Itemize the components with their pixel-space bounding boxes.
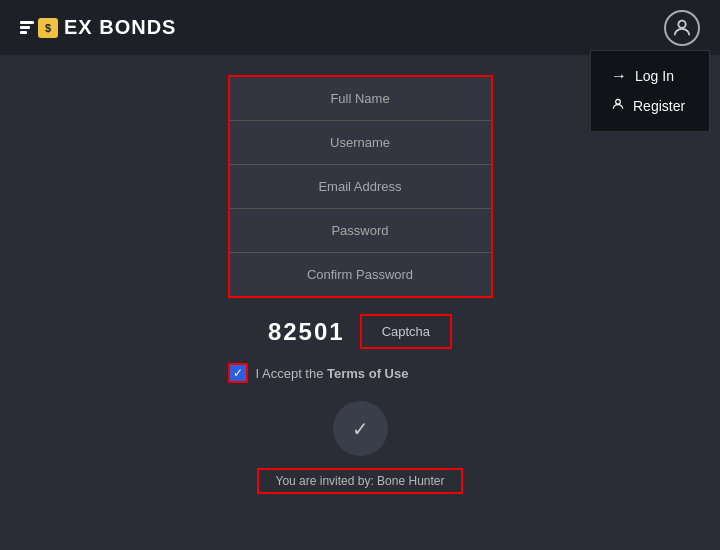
terms-checkbox[interactable]: ✓: [228, 363, 248, 383]
password-input[interactable]: [230, 209, 491, 253]
user-icon[interactable]: [664, 10, 700, 46]
logo-area: $ EX BONDS: [20, 16, 176, 39]
terms-row: ✓ I Accept the Terms of Use: [228, 363, 493, 383]
captcha-number: 82501: [268, 318, 345, 346]
confirm-password-input[interactable]: [230, 253, 491, 296]
username-input[interactable]: [230, 121, 491, 165]
logo-lines: [20, 21, 34, 34]
captcha-button[interactable]: Captcha: [360, 314, 452, 349]
invited-banner: You are invited by: Bone Hunter: [257, 468, 462, 494]
svg-point-1: [616, 99, 621, 104]
captcha-row: 82501 Captcha: [228, 314, 493, 349]
register-menu-item[interactable]: Register: [611, 91, 689, 121]
login-label: Log In: [635, 68, 674, 84]
terms-link[interactable]: Terms of Use: [327, 366, 408, 381]
registration-form: [228, 75, 493, 298]
svg-point-0: [678, 20, 685, 27]
register-label: Register: [633, 98, 685, 114]
logo-line-1: [20, 21, 34, 24]
login-icon: →: [611, 67, 627, 85]
checkmark-icon: ✓: [233, 366, 243, 380]
logo-icon: $: [20, 18, 58, 38]
submit-check-icon: ✓: [352, 417, 369, 441]
submit-button[interactable]: ✓: [333, 401, 388, 456]
terms-text: I Accept the Terms of Use: [256, 366, 409, 381]
login-menu-item[interactable]: → Log In: [611, 61, 689, 91]
email-input[interactable]: [230, 165, 491, 209]
register-icon: [611, 97, 625, 115]
header: $ EX BONDS → Log In Register: [0, 0, 720, 55]
dropdown-menu: → Log In Register: [590, 50, 710, 132]
terms-prefix: I Accept the: [256, 366, 328, 381]
logo-badge: $: [38, 18, 58, 38]
logo-line-2: [20, 26, 30, 29]
full-name-input[interactable]: [230, 77, 491, 121]
logo-text: EX BONDS: [64, 16, 176, 39]
logo-line-3: [20, 31, 27, 34]
